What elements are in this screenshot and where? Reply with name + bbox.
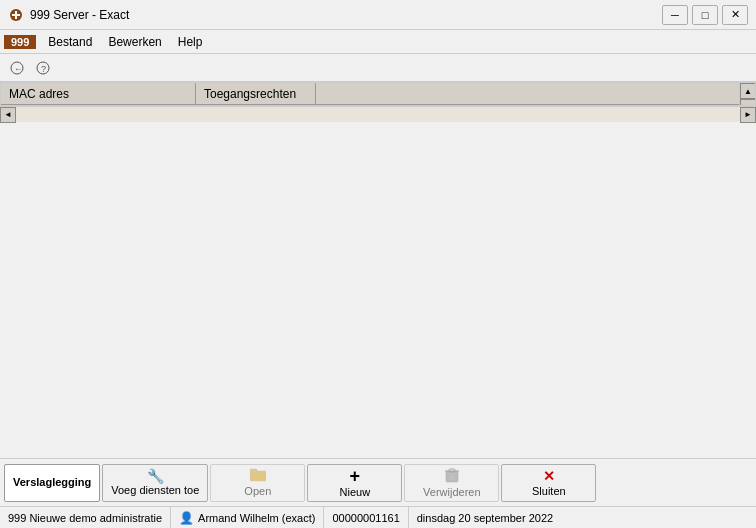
scroll-track-horizontal[interactable] [16,107,740,122]
sluiten-label: Sluiten [532,486,566,497]
folder-icon [250,468,266,484]
title-bar: 999 Server - Exact ─ □ ✕ [0,0,756,30]
company-text: 999 Nieuwe demo administratie [8,512,162,524]
open-label: Open [244,486,271,497]
bottom-toolbar: Verslaglegging 🔧 Voeg diensten toe Open … [0,458,756,506]
verwijderen-label: Verwijderen [423,487,480,498]
number-text: 00000001161 [332,512,399,524]
table-header: MAC adres Toegangsrechten [1,83,755,105]
sluiten-button[interactable]: ✕ Sluiten [501,464,596,502]
status-bar: 999 Nieuwe demo administratie 👤 Armand W… [0,506,756,528]
main-content: MAC adres Toegangsrechten ▲ ▼ ◄ ► [0,82,756,458]
close-window-button[interactable]: ✕ [722,5,748,25]
svg-text:?: ? [41,64,46,74]
window-title: 999 Server - Exact [30,8,662,22]
window-controls: ─ □ ✕ [662,5,748,25]
minimize-button[interactable]: ─ [662,5,688,25]
menu-help[interactable]: Help [170,33,211,51]
menu-bewerken[interactable]: Bewerken [100,33,169,51]
menu-bar: 999 Bestand Bewerken Help [0,30,756,54]
maximize-button[interactable]: □ [692,5,718,25]
user-segment: 👤 Armand Wilhelm (exact) [171,507,324,528]
nieuw-button[interactable]: + Nieuw [307,464,402,502]
column-toegangsrechten: Toegangsrechten [196,83,316,104]
date-text: dinsdag 20 september 2022 [417,512,553,524]
toolbar: ← ? [0,54,756,82]
user-icon: 👤 [179,511,194,525]
help-button[interactable]: ? [32,57,54,79]
back-button[interactable]: ← [6,57,28,79]
table-wrapper: MAC adres Toegangsrechten ▲ ▼ ◄ ► [0,82,756,458]
verslaglegging-button[interactable]: Verslaglegging [4,464,100,502]
app-icon [8,7,24,23]
voeg-diensten-button[interactable]: 🔧 Voeg diensten toe [102,464,208,502]
user-text: Armand Wilhelm (exact) [198,512,315,524]
scroll-right-button[interactable]: ► [740,107,756,123]
verslaglegging-label: Verslaglegging [13,477,91,488]
open-button[interactable]: Open [210,464,305,502]
menu-bestand[interactable]: Bestand [40,33,100,51]
plus-icon: + [350,467,361,485]
scroll-down-button[interactable]: ▼ [740,99,756,106]
horizontal-scrollbar[interactable]: ◄ ► [0,106,756,122]
voeg-diensten-label: Voeg diensten toe [111,485,199,496]
column-mac-adres: MAC adres [1,83,196,104]
nieuw-label: Nieuw [340,487,371,498]
svg-text:←: ← [14,64,23,74]
trash-icon [445,467,459,485]
svg-rect-8 [250,469,257,473]
company-segment: 999 Nieuwe demo administratie [0,507,171,528]
vertical-scrollbar[interactable]: ▲ ▼ [739,83,755,105]
scroll-up-button[interactable]: ▲ [740,83,756,99]
number-segment: 00000001161 [324,507,408,528]
table-container: MAC adres Toegangsrechten ▲ ▼ [0,82,756,106]
svg-rect-2 [15,11,17,19]
scroll-left-button[interactable]: ◄ [0,107,16,123]
close-x-icon: ✕ [543,468,555,484]
date-segment: dinsdag 20 september 2022 [409,507,561,528]
wrench-icon: 🔧 [147,469,164,483]
verwijderen-button[interactable]: Verwijderen [404,464,499,502]
company-badge: 999 [4,35,36,49]
